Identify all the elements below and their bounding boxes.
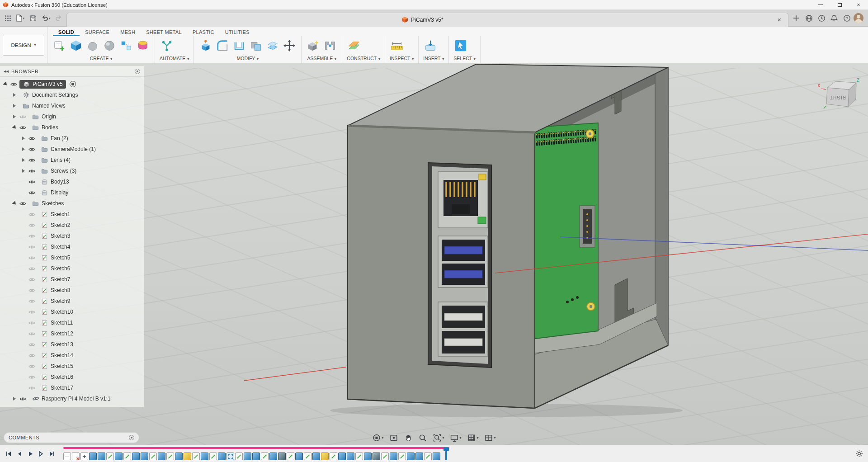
play-icon[interactable] xyxy=(25,449,35,459)
visibility-eye-icon[interactable] xyxy=(28,136,36,141)
timeline-item-extrude[interactable] xyxy=(295,453,303,460)
grid-display-icon[interactable]: ▾ xyxy=(467,433,480,443)
timeline-item-sketch[interactable] xyxy=(192,453,200,460)
expand-arrow[interactable] xyxy=(12,93,17,97)
visibility-eye-icon[interactable] xyxy=(28,364,36,369)
document-tab[interactable]: PiCamV3 v5* × xyxy=(66,13,788,27)
group-label-construct[interactable]: CONSTRUCT ▾ xyxy=(347,56,380,61)
timeline-item-pattern[interactable] xyxy=(226,453,234,460)
visibility-eye-icon[interactable] xyxy=(28,299,36,304)
file-menu-icon[interactable]: ▾ xyxy=(14,12,26,24)
tree-item-sketch13[interactable]: Sketch13 xyxy=(0,339,144,350)
tree-item-document-settings[interactable]: Document Settings xyxy=(0,90,144,100)
visibility-eye-icon[interactable] xyxy=(28,147,36,152)
tree-item-sketch1[interactable]: Sketch1 xyxy=(0,209,144,220)
group-label-inspect[interactable]: INSPECT ▾ xyxy=(390,56,414,61)
redo-icon[interactable] xyxy=(53,12,65,24)
tree-item-sketch9[interactable]: Sketch9 xyxy=(0,296,144,306)
tree-item-named-views[interactable]: Named Views xyxy=(0,100,144,111)
visibility-eye-icon[interactable] xyxy=(28,310,36,315)
visibility-eye-icon[interactable] xyxy=(28,353,36,358)
visibility-eye-icon[interactable] xyxy=(19,125,27,130)
user-avatar[interactable] xyxy=(854,13,863,23)
timeline-item-sketch[interactable] xyxy=(261,453,269,460)
form-icon[interactable] xyxy=(85,38,100,53)
expand-arrow[interactable] xyxy=(12,115,17,118)
timeline-settings-gear-icon[interactable] xyxy=(854,448,864,459)
tree-item-sketch2[interactable]: Sketch2 xyxy=(0,220,144,231)
timeline-item-move[interactable] xyxy=(80,453,88,460)
visibility-eye-icon[interactable] xyxy=(19,201,27,206)
tree-item-sketch7[interactable]: Sketch7 xyxy=(0,274,144,285)
comments-panel[interactable]: COMMENTS xyxy=(4,432,139,443)
tree-item-bodies[interactable]: Bodies xyxy=(0,122,144,133)
group-label-modify[interactable]: MODIFY ▾ xyxy=(198,56,297,61)
undo-icon[interactable]: ▾ xyxy=(40,12,52,24)
plane-icon[interactable] xyxy=(347,38,361,53)
timeline-item-sketch[interactable] xyxy=(106,453,114,460)
timeline-item-extrude[interactable] xyxy=(158,453,165,460)
timeline-item-sketch[interactable] xyxy=(355,453,363,460)
close-button[interactable]: × xyxy=(849,0,868,10)
expand-arrow[interactable] xyxy=(12,201,17,206)
ribbon-tab-mesh[interactable]: MESH xyxy=(115,29,141,36)
visibility-eye-icon[interactable] xyxy=(10,82,18,87)
insert-icon[interactable] xyxy=(423,38,438,53)
panel-handle-icon[interactable] xyxy=(135,69,140,74)
expand-arrow[interactable] xyxy=(12,104,17,108)
pan-icon[interactable] xyxy=(403,433,413,443)
minimize-button[interactable] xyxy=(811,0,830,10)
visibility-eye-icon[interactable] xyxy=(28,179,36,184)
activate-component-radio[interactable] xyxy=(70,81,76,87)
group-label-select[interactable]: SELECT ▾ xyxy=(453,56,476,61)
viewcube[interactable]: X RIGHT Z xyxy=(816,76,861,112)
visibility-eye-icon[interactable] xyxy=(28,245,36,250)
timeline-item-sketch[interactable] xyxy=(330,453,337,460)
visibility-eye-icon[interactable] xyxy=(28,331,36,336)
group-label-insert[interactable]: INSERT ▾ xyxy=(423,56,444,61)
new-tab-icon[interactable] xyxy=(790,12,802,24)
visibility-eye-icon[interactable] xyxy=(28,288,36,293)
timeline-item-doc-error[interactable] xyxy=(72,453,80,460)
combine-icon[interactable] xyxy=(249,38,263,53)
pattern-icon[interactable] xyxy=(119,38,133,53)
tree-item-raspberry-pi-4-model-b-v1-1[interactable]: Raspberry Pi 4 Model B v1:1 xyxy=(0,393,144,404)
skip-end-icon[interactable] xyxy=(47,449,57,459)
orbit-icon[interactable]: ▾ xyxy=(371,433,384,443)
automate-icon[interactable] xyxy=(160,38,174,53)
expand-arrow[interactable] xyxy=(12,125,17,130)
visibility-eye-icon[interactable] xyxy=(28,321,36,325)
ribbon-tab-sheet-metal[interactable]: SHEET METAL xyxy=(141,29,187,36)
visibility-eye-icon[interactable] xyxy=(28,190,36,195)
timeline-item-hole[interactable] xyxy=(278,453,286,460)
timeline-item-sketch[interactable] xyxy=(381,453,389,460)
ribbon-tab-solid[interactable]: SOLID xyxy=(53,29,80,36)
coil-icon[interactable] xyxy=(136,38,150,53)
timeline-item-sketch[interactable] xyxy=(287,453,294,460)
group-label-assemble[interactable]: ASSEMBLE ▾ xyxy=(306,56,337,61)
tree-item-sketch12[interactable]: Sketch12 xyxy=(0,328,144,339)
visibility-eye-icon[interactable] xyxy=(28,158,36,163)
tree-item-sketch3[interactable]: Sketch3 xyxy=(0,231,144,241)
expand-arrow[interactable] xyxy=(21,158,26,162)
expand-arrow[interactable] xyxy=(21,137,26,140)
fit-icon[interactable]: ▾ xyxy=(432,433,445,443)
tree-item-sketch5[interactable]: Sketch5 xyxy=(0,252,144,263)
visibility-eye-icon[interactable] xyxy=(28,342,36,347)
visibility-eye-icon[interactable] xyxy=(28,375,36,380)
step-forward-icon[interactable] xyxy=(36,449,46,459)
shell-icon[interactable] xyxy=(232,38,246,53)
timeline-slider[interactable] xyxy=(63,447,449,449)
offset-icon[interactable] xyxy=(265,38,280,53)
visibility-eye-icon[interactable] xyxy=(28,266,36,271)
tree-item-display[interactable]: Display xyxy=(0,187,144,198)
tree-item-sketch6[interactable]: Sketch6 xyxy=(0,263,144,274)
skip-start-icon[interactable] xyxy=(4,449,14,459)
timeline-item-extrude[interactable] xyxy=(433,453,440,460)
create-sketch-icon[interactable] xyxy=(52,38,66,53)
new-component-icon[interactable] xyxy=(306,38,321,53)
tree-item-fan-2[interactable]: Fan (2) xyxy=(0,133,144,144)
group-label-create[interactable]: CREATE ▾ xyxy=(52,56,150,61)
visibility-eye-icon[interactable] xyxy=(28,234,36,239)
timeline-item-extrude[interactable] xyxy=(132,453,140,460)
